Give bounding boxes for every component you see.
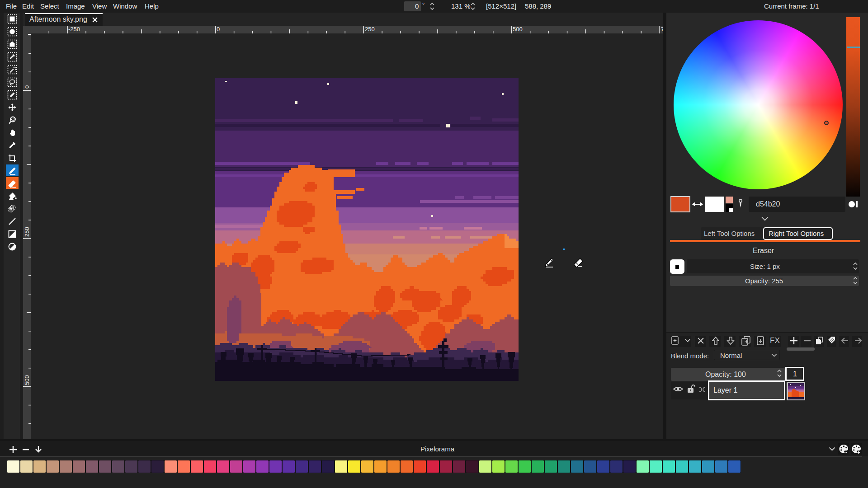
svg-text:250: 250 <box>24 227 30 237</box>
svg-text:0: 0 <box>24 85 30 89</box>
svg-text:500: 500 <box>24 375 30 385</box>
